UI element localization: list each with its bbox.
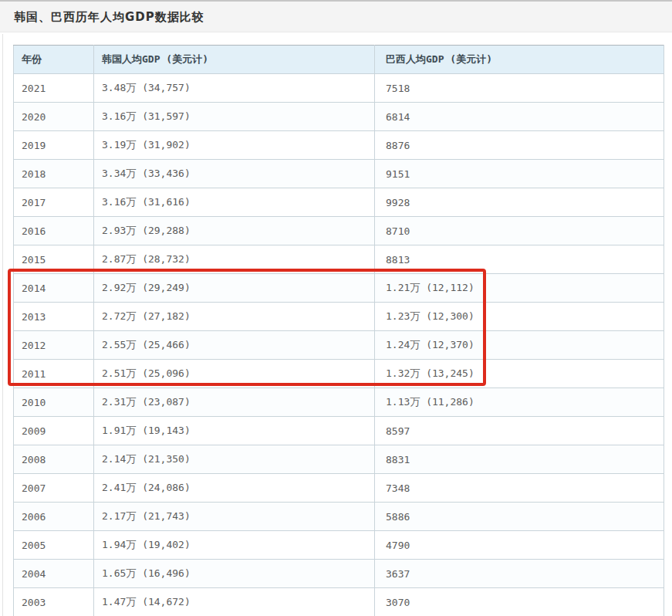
korea-gdp-cell: 2.87万 (28,732) bbox=[94, 245, 375, 274]
table-row: 2016 2.93万 (29,288) 8710 bbox=[14, 217, 664, 245]
brazil-gdp-cell: 3070 bbox=[375, 588, 664, 616]
table-row: 2006 2.17万 (21,743) 5886 bbox=[14, 503, 664, 531]
year-cell: 2018 bbox=[14, 160, 94, 188]
brazil-gdp-cell: 5886 bbox=[375, 503, 664, 531]
table-row: 2009 1.91万 (19,143) 8597 bbox=[14, 417, 664, 445]
table-row: 2012 2.55万 (25,466) 1.24万 (12,370) bbox=[14, 331, 664, 360]
table-row: 2015 2.87万 (28,732) 8813 bbox=[14, 245, 664, 274]
korea-gdp-cell: 1.94万 (19,402) bbox=[94, 531, 375, 560]
year-cell: 2012 bbox=[14, 331, 94, 360]
table-row: 2018 3.34万 (33,436) 9151 bbox=[14, 160, 664, 188]
korea-gdp-cell: 3.19万 (31,902) bbox=[94, 131, 375, 160]
year-cell: 2013 bbox=[14, 303, 94, 331]
column-header-korea-gdp: 韩国人均GDP (美元计) bbox=[94, 46, 375, 74]
table-body: 2021 3.48万 (34,757) 7518 2020 3.16万 (31,… bbox=[14, 74, 664, 616]
brazil-gdp-cell: 9928 bbox=[375, 188, 664, 217]
brazil-gdp-cell: 8710 bbox=[375, 217, 664, 245]
page-title: 韩国、巴西历年人均GDP数据比较 bbox=[14, 10, 204, 24]
brazil-gdp-cell: 7518 bbox=[375, 74, 664, 103]
table-header-row: 年份 韩国人均GDP (美元计) 巴西人均GDP (美元计) bbox=[14, 46, 664, 74]
table-row: 2004 1.65万 (16,496) 3637 bbox=[14, 560, 664, 588]
korea-gdp-cell: 3.16万 (31,597) bbox=[94, 103, 375, 131]
year-cell: 2021 bbox=[14, 74, 94, 103]
korea-gdp-cell: 1.47万 (14,672) bbox=[94, 588, 375, 616]
year-cell: 2007 bbox=[14, 474, 94, 503]
year-cell: 2009 bbox=[14, 417, 94, 445]
table-row: 2013 2.72万 (27,182) 1.23万 (12,300) bbox=[14, 303, 664, 331]
table-row: 2005 1.94万 (19,402) 4790 bbox=[14, 531, 664, 560]
brazil-gdp-cell: 8876 bbox=[375, 131, 664, 160]
brazil-gdp-cell: 1.24万 (12,370) bbox=[375, 331, 664, 360]
korea-gdp-cell: 2.93万 (29,288) bbox=[94, 217, 375, 245]
table-row: 2011 2.51万 (25,096) 1.32万 (13,245) bbox=[14, 360, 664, 388]
korea-gdp-cell: 2.41万 (24,086) bbox=[94, 474, 375, 503]
brazil-gdp-cell: 1.23万 (12,300) bbox=[375, 303, 664, 331]
korea-gdp-cell: 3.48万 (34,757) bbox=[94, 74, 375, 103]
brazil-gdp-cell: 6814 bbox=[375, 103, 664, 131]
year-cell: 2019 bbox=[14, 131, 94, 160]
year-cell: 2003 bbox=[14, 588, 94, 616]
table-row: 2003 1.47万 (14,672) 3070 bbox=[14, 588, 664, 616]
year-cell: 2015 bbox=[14, 245, 94, 274]
korea-gdp-cell: 2.31万 (23,087) bbox=[94, 388, 375, 417]
year-cell: 2016 bbox=[14, 217, 94, 245]
korea-gdp-cell: 1.91万 (19,143) bbox=[94, 417, 375, 445]
brazil-gdp-cell: 3637 bbox=[375, 560, 664, 588]
gdp-comparison-table: 年份 韩国人均GDP (美元计) 巴西人均GDP (美元计) 2021 3.48… bbox=[13, 45, 664, 616]
page-left-border-line bbox=[2, 34, 3, 616]
year-cell: 2017 bbox=[14, 188, 94, 217]
year-cell: 2011 bbox=[14, 360, 94, 388]
korea-gdp-cell: 2.14万 (21,350) bbox=[94, 445, 375, 474]
table-row: 2014 2.92万 (29,249) 1.21万 (12,112) bbox=[14, 274, 664, 303]
year-cell: 2006 bbox=[14, 503, 94, 531]
korea-gdp-cell: 2.92万 (29,249) bbox=[94, 274, 375, 303]
year-cell: 2010 bbox=[14, 388, 94, 417]
table-row: 2020 3.16万 (31,597) 6814 bbox=[14, 103, 664, 131]
table-row: 2007 2.41万 (24,086) 7348 bbox=[14, 474, 664, 503]
brazil-gdp-cell: 1.21万 (12,112) bbox=[375, 274, 664, 303]
table-row: 2008 2.14万 (21,350) 8831 bbox=[14, 445, 664, 474]
table-row: 2019 3.19万 (31,902) 8876 bbox=[14, 131, 664, 160]
korea-gdp-cell: 2.17万 (21,743) bbox=[94, 503, 375, 531]
year-cell: 2020 bbox=[14, 103, 94, 131]
korea-gdp-cell: 2.72万 (27,182) bbox=[94, 303, 375, 331]
brazil-gdp-cell: 1.13万 (11,286) bbox=[375, 388, 664, 417]
table-row: 2017 3.16万 (31,616) 9928 bbox=[14, 188, 664, 217]
year-cell: 2008 bbox=[14, 445, 94, 474]
korea-gdp-cell: 2.55万 (25,466) bbox=[94, 331, 375, 360]
column-header-year: 年份 bbox=[14, 46, 94, 74]
table-row: 2021 3.48万 (34,757) 7518 bbox=[14, 74, 664, 103]
brazil-gdp-cell: 1.32万 (13,245) bbox=[375, 360, 664, 388]
year-cell: 2014 bbox=[14, 274, 94, 303]
korea-gdp-cell: 3.34万 (33,436) bbox=[94, 160, 375, 188]
year-cell: 2005 bbox=[14, 531, 94, 560]
brazil-gdp-cell: 4790 bbox=[375, 531, 664, 560]
column-header-brazil-gdp: 巴西人均GDP (美元计) bbox=[375, 46, 664, 74]
page-title-bar: 韩国、巴西历年人均GDP数据比较 bbox=[0, 0, 672, 32]
table-row: 2010 2.31万 (23,087) 1.13万 (11,286) bbox=[14, 388, 664, 417]
brazil-gdp-cell: 8813 bbox=[375, 245, 664, 274]
brazil-gdp-cell: 8831 bbox=[375, 445, 664, 474]
brazil-gdp-cell: 7348 bbox=[375, 474, 664, 503]
brazil-gdp-cell: 8597 bbox=[375, 417, 664, 445]
korea-gdp-cell: 1.65万 (16,496) bbox=[94, 560, 375, 588]
korea-gdp-cell: 2.51万 (25,096) bbox=[94, 360, 375, 388]
year-cell: 2004 bbox=[14, 560, 94, 588]
brazil-gdp-cell: 9151 bbox=[375, 160, 664, 188]
korea-gdp-cell: 3.16万 (31,616) bbox=[94, 188, 375, 217]
